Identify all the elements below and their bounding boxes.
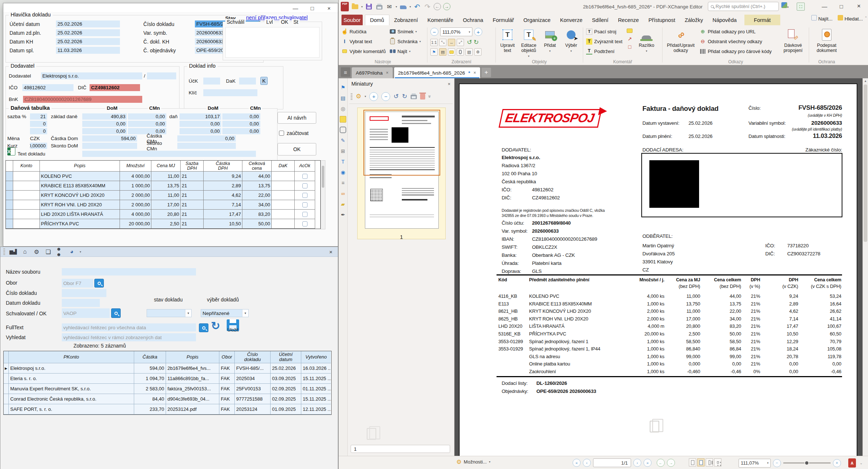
undo-icon[interactable]: ↶ [413, 3, 421, 11]
find-button[interactable]: Najít... [811, 15, 833, 22]
table-row[interactable]: KRYT KONCOVÝ LHD 20X202 000,0011,00214,6… [6, 191, 320, 200]
highlight-text-button[interactable]: TZvýraznit text [586, 37, 622, 45]
column-header[interactable]: Množství [120, 161, 151, 172]
column-header[interactable]: Cena MJ [151, 161, 181, 172]
table-row[interactable]: Manuvia Expert Recruitment SK, s.r.o.2 5… [4, 384, 331, 394]
next-page-icon[interactable]: › [633, 459, 641, 467]
delete-page-icon[interactable] [420, 94, 425, 100]
window1-titlebar[interactable]: — □ × [3, 3, 338, 13]
bookmarks-pane-icon[interactable]: ⚑ [430, 48, 438, 56]
maximize-icon[interactable]: □ [833, 0, 850, 12]
comments-icon[interactable] [340, 116, 346, 123]
uck-field[interactable] [203, 78, 220, 85]
approver-search-button[interactable] [111, 308, 121, 318]
attachments-icon[interactable] [340, 127, 346, 133]
first-page-icon[interactable]: « [573, 459, 581, 467]
key-field[interactable] [203, 89, 257, 96]
two-page-icon[interactable] [706, 458, 713, 466]
column-header[interactable]: Popis [166, 351, 219, 363]
viewport-rectangle[interactable] [363, 110, 440, 176]
column-header[interactable]: Obor [219, 351, 235, 363]
pdf-page[interactable]: ELEKTROSPOJ Faktura - daňový doklad Datu… [459, 83, 857, 456]
typewriter-button[interactable]: TPsací stroj [586, 27, 622, 35]
zoom-in-icon[interactable]: + [474, 28, 482, 36]
rotate-right-icon[interactable]: ↻ [473, 38, 479, 46]
table-row[interactable]: SAFE PORT, s. r. o.233,7020253124.pdfFAK… [4, 404, 331, 414]
open-file-icon[interactable] [351, 3, 359, 11]
row-checkbox[interactable] [302, 202, 307, 207]
links-icon[interactable]: ∞ [340, 190, 346, 197]
table-row[interactable]: KOLENO PVC4 000,0011,00219,2444,00 [6, 172, 320, 181]
approver-field[interactable]: VAOP [62, 308, 110, 318]
continuous-layout-icon[interactable] [697, 458, 705, 466]
sign-document-button[interactable]: Podepsat dokument [812, 27, 841, 59]
content-icon[interactable]: ≡ [340, 180, 346, 186]
tax-dom-field[interactable]: 103,17 [180, 113, 221, 120]
edit-text-button[interactable]: TUpravit text [499, 27, 516, 59]
date-field[interactable]: 25.02.2026 [56, 38, 120, 45]
table-row[interactable]: KRYT ROH VNI. LHD 20X202 000,0017,00217,… [6, 200, 320, 210]
fit-page-icon[interactable]: ⤡ [439, 39, 446, 46]
attachments-pane-icon[interactable] [457, 48, 464, 56]
base-cmn-field[interactable]: 0,00 [128, 113, 166, 120]
dak-field[interactable] [239, 78, 256, 85]
quick-launch-search[interactable]: Rychlé spuštění (Ctrl+.) [708, 2, 779, 11]
single-page-icon[interactable] [689, 458, 696, 466]
doc-tab-priloha[interactable]: A697Priloha× [352, 67, 393, 78]
column-header[interactable]: Číslo dokladu [235, 351, 271, 363]
destinations-icon[interactable]: ◎ [340, 105, 346, 112]
page-number-input[interactable]: 1/1 [593, 458, 631, 467]
rate-field[interactable]: 21 [30, 113, 47, 120]
ico-field[interactable]: 49812602 [22, 84, 73, 91]
zoom-in-icon[interactable]: + [833, 459, 841, 467]
zoom-slider-handle[interactable] [804, 461, 809, 465]
save-button[interactable]: Uložit [226, 319, 240, 334]
tab-ochrana[interactable]: Ochrana [458, 15, 488, 25]
comments-pane-icon[interactable] [448, 48, 455, 56]
last-page-icon[interactable]: » [644, 459, 652, 467]
ui-options-button[interactable]: ▾ [781, 2, 794, 11]
zoom-out-icon[interactable]: − [773, 459, 781, 467]
stamp-button[interactable]: Razítko▾ [637, 27, 656, 59]
thumbnails-pane-icon[interactable]: ▤ [439, 48, 446, 56]
tab-organizace[interactable]: Organizace [519, 15, 555, 25]
tab-format[interactable]: Formát [744, 15, 780, 25]
base-dom-field[interactable]: 0,00 [82, 128, 127, 134]
chevron-down-icon[interactable]: ▾ [396, 5, 397, 8]
barcode-links-button[interactable]: Přidat odkazy pro čárové kódy [700, 47, 777, 55]
row-checkbox[interactable] [302, 193, 307, 198]
tax-dom-field[interactable]: 0,00 [180, 128, 221, 134]
column-header[interactable]: Částka [134, 351, 166, 363]
column-header[interactable] [6, 161, 13, 172]
select-object-button[interactable]: ➤Výběr▾ [562, 27, 580, 59]
dic-field[interactable]: CZ49812602 [90, 84, 140, 91]
snapshot-button[interactable]: Snímek▾ [389, 27, 421, 35]
scan-icon[interactable] [399, 3, 407, 11]
document-canvas[interactable]: ELEKTROSPOJ Faktura - daňový doklad Datu… [454, 78, 868, 456]
places-icon[interactable]: ◉ [340, 169, 346, 176]
underline-button[interactable]: TPodtržení [586, 47, 622, 55]
batch-link-button[interactable]: Dávkové propojení [780, 27, 806, 59]
tax-dom-field[interactable]: 0,00 [180, 121, 221, 127]
fields-icon[interactable]: ⊞ [340, 148, 346, 154]
close-icon[interactable]: × [448, 81, 450, 87]
date-field[interactable]: 25.02.2026 [56, 20, 120, 27]
column-header[interactable]: Účetní datum [271, 351, 301, 363]
pane-options-icon[interactable]: ⚙ [474, 48, 482, 56]
field-search-button[interactable] [94, 279, 104, 288]
redo-icon[interactable]: ↷ [423, 3, 431, 11]
forward-view-icon[interactable]: → [667, 459, 675, 467]
tax-cmn-field[interactable]: 0,00 [222, 128, 260, 134]
row-checkbox[interactable] [302, 183, 307, 188]
email-icon[interactable]: ✉ [385, 3, 393, 11]
bank-field[interactable]: CZ8180400000002001267689 [23, 96, 142, 103]
date-field[interactable]: 11.03.2026 [56, 47, 120, 54]
tab-recenze[interactable]: Recenze [613, 15, 644, 25]
back-icon[interactable]: ← [434, 3, 441, 10]
close-icon[interactable]: × [321, 3, 337, 13]
add-url-links-button[interactable]: ⊕Přidat odkazy pro URL [700, 27, 777, 35]
close-icon[interactable]: × [850, 0, 867, 12]
pen-icon[interactable]: ✎ [340, 137, 346, 144]
column-header[interactable]: PKonto [9, 351, 134, 363]
actual-size-icon[interactable]: 1:1 [430, 39, 438, 46]
